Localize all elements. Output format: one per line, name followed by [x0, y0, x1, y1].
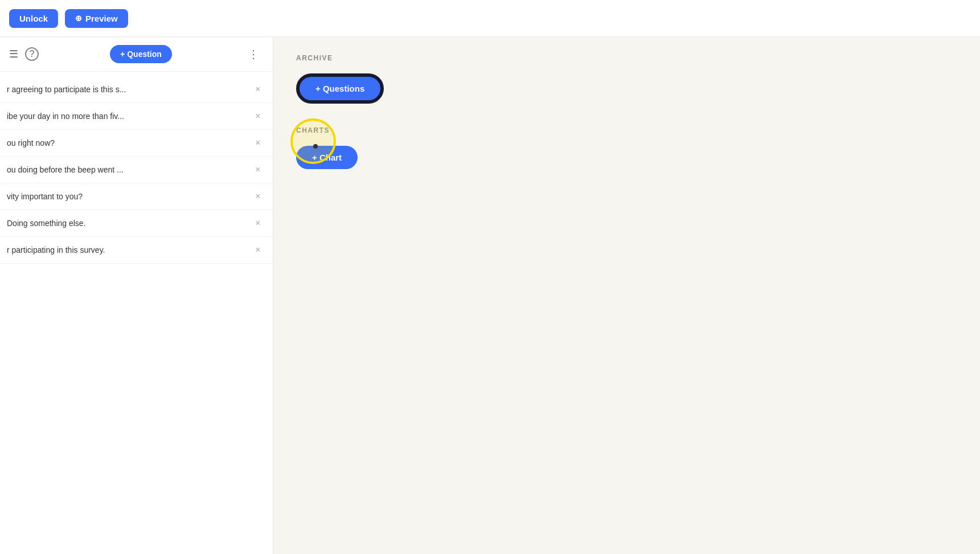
question-list: r agreeing to participate is this s...×i…: [0, 72, 273, 268]
question-text: r agreeing to participate is this s...: [7, 85, 235, 94]
list-icon[interactable]: ☰: [9, 48, 18, 60]
question-item[interactable]: ou doing before the beep went ...×: [0, 157, 273, 183]
archive-label: ARCHIVE: [296, 54, 957, 62]
unlock-button[interactable]: Unlock: [9, 9, 58, 28]
top-bar: Unlock Preview: [0, 0, 980, 37]
question-text: vity important to you?: [7, 192, 235, 201]
question-remove-icon[interactable]: ×: [252, 218, 264, 228]
charts-label: CHARTS: [296, 126, 957, 134]
question-item[interactable]: ibe your day in no more than fiv...×: [0, 103, 273, 130]
add-questions-wrapper: + Questions: [296, 73, 384, 104]
more-options-button[interactable]: ⋮: [243, 45, 264, 63]
question-item[interactable]: vity important to you?×: [0, 183, 273, 210]
main-content: ARCHIVE + Questions CHARTS + Chart: [273, 37, 980, 554]
question-remove-icon[interactable]: ×: [252, 84, 264, 95]
question-text: ibe your day in no more than fiv...: [7, 112, 235, 121]
question-text: r participating in this survey.: [7, 245, 235, 255]
add-questions-button[interactable]: + Questions: [298, 76, 382, 101]
sidebar-header: ☰ ? + Question ⋮: [0, 37, 273, 72]
question-item[interactable]: r participating in this survey.×: [0, 237, 273, 264]
question-text: Doing something else.: [7, 219, 235, 228]
sidebar-header-left: ☰ ?: [9, 47, 39, 61]
add-question-button[interactable]: + Question: [110, 45, 172, 63]
question-remove-icon[interactable]: ×: [252, 165, 264, 175]
question-item[interactable]: Doing something else.×: [0, 210, 273, 237]
question-item[interactable]: ou right now?×: [0, 130, 273, 157]
question-remove-icon[interactable]: ×: [252, 111, 264, 121]
question-remove-icon[interactable]: ×: [252, 191, 264, 202]
help-icon[interactable]: ?: [25, 47, 39, 61]
preview-button[interactable]: Preview: [65, 9, 128, 28]
question-item[interactable]: r agreeing to participate is this s...×: [0, 76, 273, 103]
question-text: ou doing before the beep went ...: [7, 165, 235, 174]
question-text: ou right now?: [7, 138, 235, 147]
question-remove-icon[interactable]: ×: [252, 245, 264, 255]
charts-section: CHARTS + Chart: [273, 115, 980, 180]
left-sidebar: ☰ ? + Question ⋮ r agreeing to participa…: [0, 37, 273, 554]
add-chart-button[interactable]: + Chart: [296, 146, 358, 169]
archive-section: ARCHIVE + Questions: [273, 37, 980, 115]
question-remove-icon[interactable]: ×: [252, 138, 264, 148]
